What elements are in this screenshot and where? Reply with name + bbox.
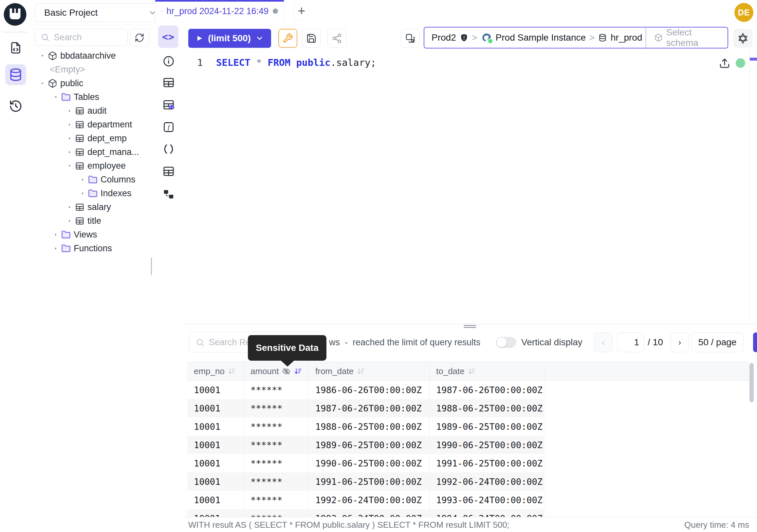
tree-node-department[interactable]: department: [31, 118, 152, 131]
column-header-to-date[interactable]: to_date: [430, 362, 544, 380]
refresh-schema-button[interactable]: [130, 29, 149, 47]
tree-node-columns[interactable]: Columns: [31, 172, 152, 186]
function-icon[interactable]: [163, 121, 175, 133]
project-select[interactable]: Basic Project: [35, 3, 164, 22]
caret-right-icon[interactable]: [80, 191, 85, 196]
sql-editor-app: Basic Project Search bbdataarchive <Empt…: [0, 0, 757, 532]
tree-node-dept-manager[interactable]: dept_mana...: [31, 145, 152, 159]
wrench-icon: [283, 33, 293, 44]
table-row[interactable]: 10001******1991-06-25T00:00:00Z1992-06-2…: [187, 472, 749, 491]
tree-node-functions[interactable]: Functions: [31, 241, 152, 255]
next-page-button[interactable]: ›: [671, 332, 689, 352]
app-logo[interactable]: [3, 3, 27, 26]
caret-right-icon[interactable]: [53, 246, 58, 251]
caret-down-icon[interactable]: [40, 53, 45, 58]
new-tab-button[interactable]: +: [294, 2, 309, 20]
code-mode-button[interactable]: <>: [158, 25, 178, 48]
eye-off-icon[interactable]: [282, 367, 291, 376]
caret-right-icon[interactable]: [67, 136, 72, 141]
column-header-amount[interactable]: amount: [244, 362, 309, 380]
sidebar-search-input[interactable]: Search: [35, 29, 128, 46]
rail-item-databases[interactable]: [5, 64, 26, 85]
schema-icon: [48, 78, 57, 88]
batch-mode-button[interactable]: [401, 29, 420, 48]
tab-title: hr_prod 2024-11-22 16:49: [166, 6, 268, 16]
panel-resize-handle[interactable]: [464, 325, 476, 329]
sort-icon[interactable]: [356, 367, 365, 376]
schema-diagram-icon[interactable]: [163, 188, 175, 201]
masked-data-icon[interactable]: [163, 99, 175, 111]
parentheses-icon[interactable]: [163, 143, 175, 155]
info-icon[interactable]: [163, 55, 175, 68]
instance-icon-wrap: [481, 32, 492, 43]
caret-right-icon[interactable]: [67, 218, 72, 223]
share-button[interactable]: [327, 29, 347, 48]
ruler-cursor-mark: [750, 58, 757, 61]
table-icon: [75, 106, 84, 116]
user-avatar[interactable]: DE: [734, 3, 753, 22]
table-row[interactable]: 10001******1990-06-25T00:00:00Z1991-06-2…: [187, 454, 749, 472]
upload-icon[interactable]: [718, 57, 731, 70]
results-scrollbar[interactable]: [749, 363, 754, 402]
tree-node-views[interactable]: Views: [31, 228, 152, 241]
caret-right-icon[interactable]: [53, 232, 58, 237]
panel-edge-button[interactable]: [753, 332, 757, 352]
limit-notice: ws - reached the limit of query results: [329, 332, 480, 353]
tree-node-dept-emp[interactable]: dept_emp: [31, 131, 152, 145]
table-row[interactable]: 10001******1992-06-24T00:00:00Z1993-06-2…: [187, 491, 749, 509]
prev-page-button[interactable]: ‹: [594, 332, 612, 352]
tree-node-indexes[interactable]: Indexes: [31, 186, 152, 200]
openai-icon: [737, 32, 749, 45]
sort-icon[interactable]: [227, 367, 236, 376]
editor-overview-ruler[interactable]: [749, 49, 750, 324]
tree-node-bbdataarchive[interactable]: bbdataarchive: [31, 49, 152, 63]
environment-name: Prod2: [432, 32, 456, 43]
caret-right-icon[interactable]: [67, 150, 72, 155]
table-row[interactable]: 10001******1993-06-24T00:00:00Z1994-06-2…: [187, 509, 749, 517]
ai-assistant-button[interactable]: [733, 29, 752, 48]
cube-icon: [654, 33, 663, 43]
rail-item-history[interactable]: [5, 96, 26, 117]
vertical-display-toggle[interactable]: [496, 337, 516, 348]
folder-icon: [88, 189, 98, 198]
instance-name: Prod Sample Instance: [496, 32, 586, 43]
caret-right-icon[interactable]: [67, 122, 72, 127]
sort-icon[interactable]: [468, 367, 476, 376]
caret-down-icon[interactable]: [40, 81, 45, 86]
folder-icon: [61, 244, 71, 253]
project-select-value: Basic Project: [44, 8, 98, 18]
run-query-button[interactable]: (limit 500): [188, 29, 271, 48]
caret-right-icon[interactable]: [80, 177, 85, 182]
rail-divider: [3, 32, 27, 32]
sql-editor-pane[interactable]: 1 SELECT * FROM public.salary;: [183, 49, 757, 324]
caret-down-icon[interactable]: [53, 95, 58, 100]
save-sheet-button[interactable]: [302, 29, 321, 48]
tab-hr-prod[interactable]: hr_prod 2024-11-22 16:49: [155, 0, 284, 22]
caret-down-icon[interactable]: [67, 164, 72, 169]
caret-right-icon[interactable]: [67, 109, 72, 113]
page-size-select[interactable]: 50 / page: [691, 332, 743, 352]
query-time-label: Query time: 4 ms: [684, 517, 749, 532]
external-table-icon[interactable]: [163, 165, 175, 177]
table-row[interactable]: 10001******1989-06-25T00:00:00Z1990-06-2…: [187, 436, 749, 454]
column-header-from-date[interactable]: from_date: [309, 362, 430, 380]
tree-node-employee[interactable]: employee: [31, 159, 152, 172]
tree-node-public[interactable]: public: [31, 76, 152, 90]
rail-item-worksheets[interactable]: [5, 37, 26, 58]
table-row[interactable]: 10001******1988-06-25T00:00:00Z1989-06-2…: [187, 417, 749, 436]
schema-picker[interactable]: Select schema: [650, 27, 720, 48]
table-row[interactable]: 10001******1986-06-26T00:00:00Z1987-06-2…: [187, 381, 749, 399]
tree-node-audit[interactable]: audit: [31, 104, 152, 118]
sort-icon-active[interactable]: [294, 367, 303, 376]
page-number-input[interactable]: 1: [617, 332, 644, 352]
admin-wrench-button[interactable]: [278, 29, 297, 48]
table-row[interactable]: 10001******1987-06-26T00:00:00Z1988-06-2…: [187, 399, 749, 417]
tree-node-salary[interactable]: salary: [31, 200, 152, 214]
caret-right-icon[interactable]: [67, 205, 72, 210]
column-header-emp-no[interactable]: emp_no: [187, 362, 244, 380]
chevron-down-icon[interactable]: [256, 34, 264, 43]
table-panel-icon[interactable]: [163, 76, 175, 89]
tree-node-tables[interactable]: Tables: [31, 90, 152, 104]
tree-node-title[interactable]: title: [31, 214, 152, 228]
connection-breadcrumb[interactable]: Prod2 > Prod Sample Instance > hr_prod S…: [424, 27, 728, 48]
